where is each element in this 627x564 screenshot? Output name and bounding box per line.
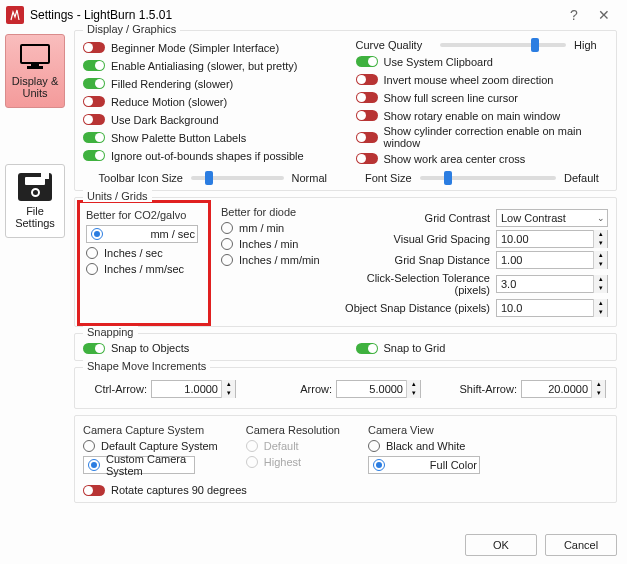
font-size-value: Default <box>564 172 608 184</box>
tab-label: Display & Units <box>6 75 64 99</box>
toggle-snap-grid[interactable]: Snap to Grid <box>356 342 609 354</box>
radio-mm-min[interactable]: mm / min <box>221 222 320 234</box>
svg-rect-2 <box>27 66 43 69</box>
toolbar-icon-value: Normal <box>292 172 336 184</box>
grid-contrast-label: Grid Contrast <box>330 212 490 224</box>
switch-icon <box>83 96 105 107</box>
switch-icon <box>83 150 105 161</box>
svg-rect-0 <box>21 45 49 63</box>
radio-default-capture[interactable]: Default Capture System <box>83 440 218 452</box>
toggle-left-2[interactable]: Filled Rendering (slower) <box>83 75 336 92</box>
camera-capture-legend: Camera Capture System <box>83 424 218 436</box>
curve-quality-slider[interactable] <box>440 43 567 47</box>
grid-snap-distance-label: Grid Snap Distance <box>330 254 490 266</box>
toggle-snap-objects[interactable]: Snap to Objects <box>83 342 336 354</box>
switch-icon <box>83 42 105 53</box>
switch-icon <box>356 110 378 121</box>
camera-view-legend: Camera View <box>368 424 480 436</box>
switch-icon <box>356 74 378 85</box>
chevron-down-icon: ⌄ <box>597 213 605 223</box>
toggle-left-3[interactable]: Reduce Motion (slower) <box>83 93 336 110</box>
group-legend: Display / Graphics <box>83 23 180 35</box>
radio-custom-capture[interactable]: Custom Camera System <box>83 456 195 474</box>
radio-inches-min[interactable]: Inches / min <box>221 238 320 250</box>
group-legend: Shape Move Increments <box>83 360 210 372</box>
arrow-label: Arrow: <box>270 383 332 395</box>
save-icon <box>18 173 52 201</box>
units-co2-label: Better for CO2/galvo <box>86 209 198 221</box>
help-button[interactable]: ? <box>559 0 589 30</box>
group-snapping: Snapping Snap to Objects Snap to Grid <box>74 333 617 361</box>
window-title: Settings - LightBurn 1.5.01 <box>30 8 559 22</box>
group-display: Display / Graphics Beginner Mode (Simple… <box>74 30 617 191</box>
switch-icon <box>356 92 378 103</box>
radio-inches-mmmin[interactable]: Inches / mm/min <box>221 254 320 266</box>
svg-rect-1 <box>31 63 39 66</box>
radio-view-bw[interactable]: Black and White <box>368 440 480 452</box>
switch-icon <box>83 60 105 71</box>
toggle-left-0[interactable]: Beginner Mode (Simpler Interface) <box>83 39 336 56</box>
radio-mm-sec[interactable]: mm / sec <box>86 225 198 243</box>
toggle-right-5[interactable]: Show work area center cross <box>356 150 609 167</box>
radio-view-full[interactable]: Full Color <box>368 456 480 474</box>
toggle-left-5[interactable]: Show Palette Button Labels <box>83 129 336 146</box>
click-tolerance-input[interactable]: 3.0▴▾ <box>496 275 608 293</box>
ctrl-arrow-label: Ctrl-Arrow: <box>85 383 147 395</box>
shift-arrow-input[interactable]: 20.0000▴▾ <box>521 380 606 398</box>
toggle-left-6[interactable]: Ignore out-of-bounds shapes if possible <box>83 147 336 164</box>
visual-grid-spacing-input[interactable]: 10.00▴▾ <box>496 230 608 248</box>
switch-icon <box>356 132 378 143</box>
visual-grid-spacing-label: Visual Grid Spacing <box>330 233 490 245</box>
switch-icon <box>83 114 105 125</box>
grid-contrast-select[interactable]: Low Contrast⌄ <box>496 209 608 227</box>
ctrl-arrow-input[interactable]: 1.0000▴▾ <box>151 380 236 398</box>
switch-icon <box>356 153 378 164</box>
units-diode-label: Better for diode <box>221 206 320 218</box>
radio-inches-sec[interactable]: Inches / sec <box>86 247 198 259</box>
toggle-rotate-captures[interactable]: Rotate captures 90 degrees <box>83 484 608 496</box>
switch-icon <box>356 56 378 67</box>
toggle-right-0[interactable]: Use System Clipboard <box>356 53 609 70</box>
close-button[interactable]: ✕ <box>589 0 619 30</box>
object-snap-distance-input[interactable]: 10.0▴▾ <box>496 299 608 317</box>
toolbar-icon-slider[interactable] <box>191 176 284 180</box>
units-highlight: Better for CO2/galvo mm / sec Inches / s… <box>77 200 211 326</box>
toggle-right-3[interactable]: Show rotary enable on main window <box>356 107 609 124</box>
app-icon <box>6 6 24 24</box>
group-shape-move: Shape Move Increments Ctrl-Arrow: 1.0000… <box>74 367 617 409</box>
switch-icon <box>83 78 105 89</box>
toggle-left-4[interactable]: Use Dark Background <box>83 111 336 128</box>
radio-inches-mmsec[interactable]: Inches / mm/sec <box>86 263 198 275</box>
group-camera: Camera Capture System Default Capture Sy… <box>74 415 617 503</box>
toggle-right-1[interactable]: Invert mouse wheel zoom direction <box>356 71 609 88</box>
arrow-input[interactable]: 5.0000▴▾ <box>336 380 421 398</box>
curve-quality-value: High <box>574 39 608 51</box>
shift-arrow-label: Shift-Arrow: <box>455 383 517 395</box>
switch-icon <box>83 132 105 143</box>
object-snap-distance-label: Object Snap Distance (pixels) <box>330 302 490 314</box>
radio-res-highest: Highest <box>246 456 340 468</box>
toggle-left-1[interactable]: Enable Antialiasing (slower, but pretty) <box>83 57 336 74</box>
monitor-icon <box>18 43 52 71</box>
toggle-right-2[interactable]: Show full screen line cursor <box>356 89 609 106</box>
camera-resolution-legend: Camera Resolution <box>246 424 340 436</box>
curve-quality-label: Curve Quality <box>356 39 432 51</box>
toolbar-icon-label: Toolbar Icon Size <box>83 172 183 184</box>
tab-file-settings[interactable]: File Settings <box>5 164 65 238</box>
cancel-button[interactable]: Cancel <box>545 534 617 556</box>
group-units: Units / Grids Better for CO2/galvo mm / … <box>74 197 617 327</box>
tab-label: File Settings <box>6 205 64 229</box>
click-tolerance-label: Click-Selection Tolerance (pixels) <box>330 272 490 296</box>
grid-snap-distance-input[interactable]: 1.00▴▾ <box>496 251 608 269</box>
font-size-slider[interactable] <box>420 176 557 180</box>
tab-display-units[interactable]: Display & Units <box>5 34 65 108</box>
group-legend: Units / Grids <box>83 190 152 202</box>
group-legend: Snapping <box>83 326 138 338</box>
toggle-right-4[interactable]: Show cylinder correction enable on main … <box>356 125 609 149</box>
radio-res-default: Default <box>246 440 340 452</box>
ok-button[interactable]: OK <box>465 534 537 556</box>
font-size-label: Font Size <box>356 172 412 184</box>
